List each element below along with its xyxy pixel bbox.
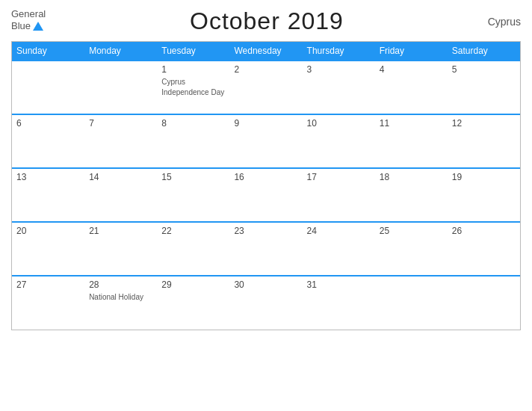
day-number: 23 xyxy=(234,226,297,236)
calendar-cell: 5 xyxy=(448,61,520,114)
day-number: 13 xyxy=(16,172,80,182)
calendar-cell: 11 xyxy=(375,114,448,168)
calendar-cell: 4 xyxy=(375,61,448,114)
col-saturday: Saturday xyxy=(448,42,520,61)
day-number: 7 xyxy=(89,118,152,129)
col-sunday: Sunday xyxy=(12,42,84,61)
calendar-cell: 6 xyxy=(12,114,84,168)
day-number: 12 xyxy=(452,118,516,129)
calendar-cell: 31 xyxy=(303,276,375,330)
calendar-body: 1Cyprus Independence Day2345678910111213… xyxy=(12,61,520,330)
calendar-cell: 10 xyxy=(303,114,375,168)
country-label: Cyprus xyxy=(488,16,521,28)
calendar-cell: 22 xyxy=(157,222,229,276)
day-number: 9 xyxy=(234,118,297,129)
day-number: 16 xyxy=(234,172,297,182)
calendar-cell: 28National Holiday xyxy=(84,276,157,330)
calendar-cell xyxy=(12,61,84,114)
holiday-label: Cyprus Independence Day xyxy=(161,78,224,96)
col-thursday: Thursday xyxy=(303,42,375,61)
calendar-cell: 9 xyxy=(229,114,302,168)
calendar-cell: 21 xyxy=(84,222,157,276)
calendar-cell: 29 xyxy=(157,276,229,330)
logo: General Blue xyxy=(11,9,46,33)
calendar-cell: 27 xyxy=(12,276,84,330)
weekday-row: Sunday Monday Tuesday Wednesday Thursday… xyxy=(12,42,520,61)
calendar-week-5: 2728National Holiday293031 xyxy=(12,276,520,330)
day-number: 1 xyxy=(161,64,225,75)
logo-triangle-icon xyxy=(33,22,43,31)
calendar-cell: 15 xyxy=(157,168,229,222)
calendar-cell: 24 xyxy=(303,222,375,276)
day-number: 30 xyxy=(234,279,297,290)
calendar-cell: 23 xyxy=(229,222,302,276)
header: General Blue October 2019 Cyprus xyxy=(11,7,521,35)
page: General Blue October 2019 Cyprus xyxy=(0,0,532,411)
calendar-cell: 16 xyxy=(229,168,302,222)
calendar-cell: 12 xyxy=(448,114,520,168)
calendar-cell: 2 xyxy=(229,61,302,114)
calendar-cell: 14 xyxy=(84,168,157,222)
calendar-cell: 26 xyxy=(448,222,520,276)
calendar-cell xyxy=(375,276,448,330)
day-number: 24 xyxy=(307,226,371,236)
day-number: 28 xyxy=(89,279,152,290)
day-number: 21 xyxy=(89,226,152,236)
day-number: 14 xyxy=(89,172,152,182)
calendar-week-1: 1Cyprus Independence Day2345 xyxy=(12,61,520,114)
col-friday: Friday xyxy=(375,42,448,61)
day-number: 19 xyxy=(452,172,516,182)
calendar-cell: 30 xyxy=(229,276,302,330)
calendar-wrapper: Sunday Monday Tuesday Wednesday Thursday… xyxy=(11,41,521,330)
calendar-week-4: 20212223242526 xyxy=(12,222,520,276)
day-number: 3 xyxy=(307,64,371,75)
day-number: 29 xyxy=(161,279,225,290)
day-number: 11 xyxy=(380,118,443,129)
day-number: 20 xyxy=(16,226,80,236)
calendar-header: Sunday Monday Tuesday Wednesday Thursday… xyxy=(12,42,520,61)
logo-general-text: General xyxy=(11,9,46,19)
col-tuesday: Tuesday xyxy=(157,42,229,61)
day-number: 26 xyxy=(452,226,516,236)
calendar-cell xyxy=(448,276,520,330)
calendar-table: Sunday Monday Tuesday Wednesday Thursday… xyxy=(12,42,520,330)
day-number: 6 xyxy=(16,118,80,129)
day-number: 27 xyxy=(16,279,80,290)
logo-blue-text: Blue xyxy=(11,21,31,31)
calendar-cell: 18 xyxy=(375,168,448,222)
calendar-cell: 13 xyxy=(12,168,84,222)
calendar-cell: 8 xyxy=(157,114,229,168)
calendar-cell: 3 xyxy=(303,61,375,114)
day-number: 10 xyxy=(307,118,371,129)
day-number: 22 xyxy=(161,226,225,236)
day-number: 5 xyxy=(452,64,516,75)
day-number: 15 xyxy=(161,172,225,182)
day-number: 4 xyxy=(380,64,443,75)
day-number: 8 xyxy=(161,118,225,129)
month-title: October 2019 xyxy=(190,7,344,35)
calendar-cell: 19 xyxy=(448,168,520,222)
calendar-cell xyxy=(84,61,157,114)
day-number: 18 xyxy=(380,172,443,182)
day-number: 17 xyxy=(307,172,371,182)
calendar-week-2: 6789101112 xyxy=(12,114,520,168)
calendar-cell: 20 xyxy=(12,222,84,276)
calendar-cell: 1Cyprus Independence Day xyxy=(157,61,229,114)
col-monday: Monday xyxy=(84,42,157,61)
calendar-cell: 25 xyxy=(375,222,448,276)
day-number: 25 xyxy=(380,226,443,236)
holiday-label: National Holiday xyxy=(89,293,143,301)
calendar-cell: 17 xyxy=(303,168,375,222)
calendar-week-3: 13141516171819 xyxy=(12,168,520,222)
calendar-cell: 7 xyxy=(84,114,157,168)
day-number: 2 xyxy=(234,64,297,75)
svg-marker-0 xyxy=(33,22,43,31)
col-wednesday: Wednesday xyxy=(229,42,302,61)
day-number: 31 xyxy=(307,279,371,290)
